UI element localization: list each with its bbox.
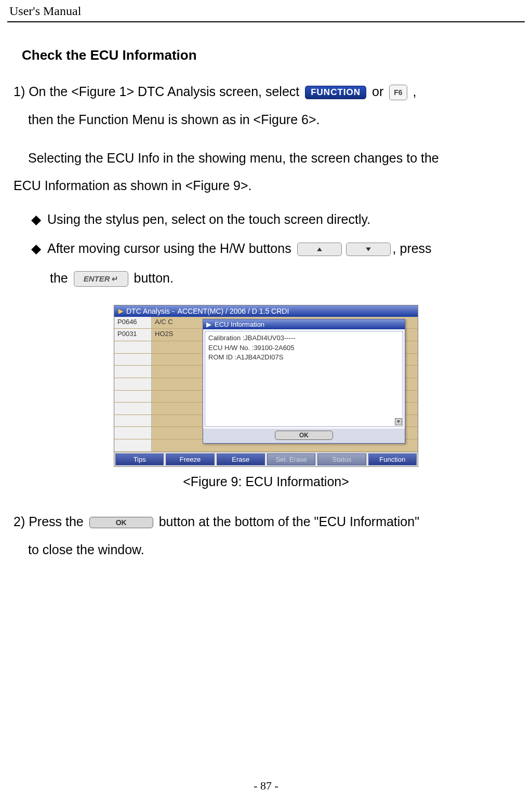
step1-line2: then the Function Menu is shown as in <F… [0,106,532,134]
bullet2-line1: After moving cursor using the H/W button… [47,235,525,261]
dtc-code: P0646 [114,317,152,329]
bullet-marker-icon: ◆ [31,235,41,261]
bullet-list: ◆ Using the stylus pen, select on the to… [0,206,532,292]
title-arrow-icon: ▶ [118,307,123,315]
enter-button[interactable]: ENTER↵ [74,271,128,287]
freeze-button[interactable]: Freeze [166,453,214,465]
page-number: - 87 - [0,779,532,793]
dtc-grid: P0646 A/C C P0031 HO2S ▶ ECU Information [114,317,418,452]
f6-key-icon[interactable]: F6 [389,85,407,100]
tips-button[interactable]: Tips [115,453,164,465]
sel-erase-button[interactable]: Sel. Erase [267,453,315,465]
function-button[interactable]: FUNCTION [305,86,366,99]
step1-text-post: , [413,84,416,99]
title-vehicle: ACCENT(MC) / 2006 / D 1.5 CRDI [178,307,289,315]
chevron-down-icon [365,246,371,252]
status-button[interactable]: Status [317,453,366,465]
scroll-down-button[interactable] [395,418,402,425]
chevron-down-icon [396,420,401,424]
svg-marker-1 [366,248,371,251]
bullet-item-1: ◆ Using the stylus pen, select on the to… [31,206,525,232]
popup-footer: OK [203,429,405,443]
page-header-title: User's Manual [0,0,532,21]
window-title-bar: ▶ DTC Analysis - ACCENT(MC) / 2006 / D 1… [114,305,418,317]
popup-title-bar: ▶ ECU Information [203,319,405,329]
popup-body: Calibration :JBADI4UV03----- ECU H/W No.… [205,331,403,427]
step1-text-pre: 1) On the <Figure 1> DTC Analysis screen… [14,84,303,99]
bullet2-post: , press [393,241,432,256]
step2-mid: button at the bottom of the "ECU Informa… [159,514,419,529]
popup-title: ECU Information [215,320,264,328]
figure-9-container: ▶ DTC Analysis - ACCENT(MC) / 2006 / D 1… [0,305,532,467]
bullet2-line2: the ENTER↵ button. [31,264,525,292]
enter-label: ENTER [84,271,110,287]
bullet2-line2-pre: the [50,271,72,285]
title-prefix: DTC Analysis - [126,307,175,315]
step2-line2: to close the window. [0,536,532,564]
bottom-toolbar: Tips Freeze Erase Sel. Erase Status Func… [114,452,418,466]
section-heading: Check the ECU Information [0,22,532,78]
function-button-toolbar[interactable]: Function [368,453,417,465]
step2-pre: 2) Press the [14,514,87,529]
bullet-item-2: ◆ After moving cursor using the H/W butt… [31,235,525,261]
ecu-line-calibration: Calibration :JBADI4UV03----- [208,333,400,343]
ecu-line-rom: ROM ID :A1JB4A2DI07S [208,353,400,363]
bullet1-text: Using the stylus pen, select on the touc… [47,206,525,232]
down-arrow-button[interactable] [346,243,391,256]
title-arrow-icon: ▶ [206,320,211,328]
dtc-code: P0031 [114,329,152,341]
ok-button-inline[interactable]: OK [89,517,153,528]
svg-marker-2 [397,420,400,423]
dtc-screenshot: ▶ DTC Analysis - ACCENT(MC) / 2006 / D 1… [114,305,418,467]
figure-caption: <Figure 9: ECU Information> [0,474,532,489]
step1-or: or [372,84,387,99]
chevron-up-icon [316,246,323,252]
up-arrow-button[interactable] [297,243,342,256]
bullet2-line2-post: button. [134,271,174,285]
svg-marker-0 [317,248,322,251]
erase-button[interactable]: Erase [217,453,265,465]
step1-paragraph: 1) On the <Figure 1> DTC Analysis screen… [0,78,532,106]
para2-line2: ECU Information as shown in <Figure 9>. [0,172,532,200]
ecu-info-popup: ▶ ECU Information Calibration :JBADI4UV0… [203,319,405,444]
ecu-line-hw: ECU H/W No. :39100-2A605 [208,343,400,353]
bullet-marker-icon: ◆ [31,206,41,232]
ok-button[interactable]: OK [275,431,333,440]
bullet2-pre: After moving cursor using the H/W button… [47,241,295,256]
step2-paragraph: 2) Press the OK button at the bottom of … [0,508,532,536]
return-arrow-icon: ↵ [112,271,118,287]
para2-line1: Selecting the ECU Info in the showing me… [0,144,532,172]
